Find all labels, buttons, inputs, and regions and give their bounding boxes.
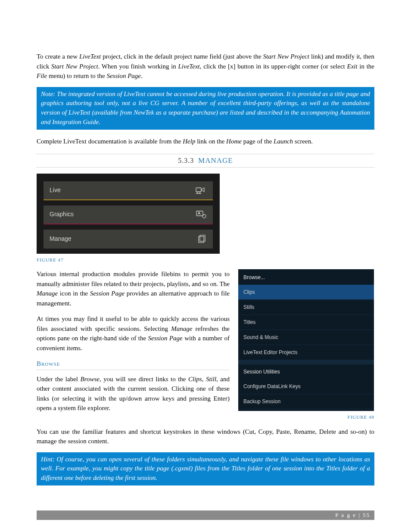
paragraph: Complete LiveText documentation is avail… (37, 137, 374, 146)
browse-list-item[interactable]: Stills (238, 300, 374, 315)
svg-rect-4 (199, 236, 204, 243)
session-utilities-header: Session Utilities (238, 364, 374, 379)
section-heading: 5.3.3 MANAGE (37, 154, 374, 168)
figure-caption: FIGURE 48 (238, 414, 374, 421)
right-column: Browse... ClipsStillsTitlesSound & Music… (238, 269, 374, 427)
browse-list-item[interactable]: Sound & Music (238, 330, 374, 345)
hint-box: Hint: Of course, you can open several of… (37, 452, 374, 485)
note-box: Note: The integrated version of LiveText… (37, 87, 374, 130)
browse-list-item[interactable]: LiveText Editor Projects (238, 345, 374, 360)
paragraph: To create a new LiveText project, click … (37, 52, 374, 81)
section-number: 5.3.3 (178, 157, 194, 164)
figure-48: Browse... ClipsStillsTitlesSound & Music… (238, 269, 374, 411)
figure-caption: FIGURE 47 (37, 256, 374, 264)
utility-list-item[interactable]: Configure DataLink Keys (238, 379, 374, 394)
menu-item-live[interactable]: Live (44, 181, 213, 200)
left-column: Various internal production modules prov… (37, 269, 230, 427)
files-icon (197, 234, 207, 244)
subheading-browse: Browse (37, 359, 230, 370)
document-page: To create a new LiveText project, click … (0, 0, 411, 532)
paragraph: You can use the familiar features and sh… (37, 427, 374, 446)
figure-47: Live Graphics Manage (37, 174, 220, 254)
paragraph: Under the label Browse, you will see dir… (37, 374, 230, 413)
page-footer: P a g e | 55 (37, 510, 374, 520)
menu-item-graphics[interactable]: Graphics (44, 205, 213, 224)
menu-item-label: Live (50, 186, 61, 195)
panel-divider (238, 360, 374, 364)
svg-point-2 (202, 215, 206, 218)
paragraph: At times you may find it useful to be ab… (37, 314, 230, 353)
graphics-icon (196, 210, 207, 219)
menu-item-label: Manage (50, 234, 72, 243)
paragraph: Various internal production modules prov… (37, 269, 230, 308)
section-title: MANAGE (198, 156, 233, 165)
camera-icon (195, 186, 207, 195)
menu-item-manage[interactable]: Manage (44, 230, 213, 249)
menu-item-label: Graphics (50, 210, 74, 219)
browse-panel-header: Browse... (238, 270, 374, 285)
svg-rect-0 (196, 188, 201, 192)
utility-list-item[interactable]: Backup Session (238, 394, 374, 409)
svg-rect-3 (200, 235, 205, 241)
browse-list-item[interactable]: Clips (238, 285, 374, 300)
page-number: P a g e | 55 (335, 511, 370, 520)
browse-list-item[interactable]: Titles (238, 315, 374, 330)
two-column-layout: Various internal production modules prov… (37, 269, 374, 427)
